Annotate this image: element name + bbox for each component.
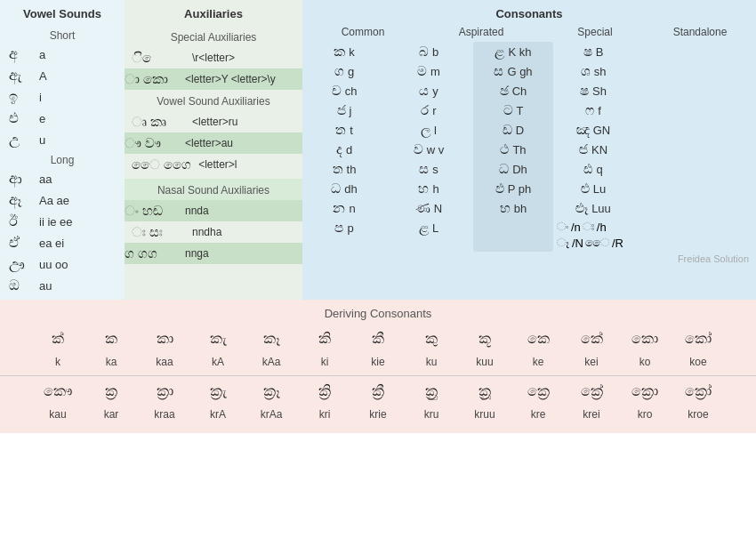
cons-char: ද bbox=[336, 141, 342, 157]
cons-latin: y bbox=[432, 84, 438, 98]
deriving-header: Deriving Consonants bbox=[0, 303, 756, 325]
deriving-cell: kie bbox=[351, 354, 405, 372]
aux-row: ා කො <letter>Y <letter>\y bbox=[125, 68, 302, 90]
top-section: Vowel Sounds Short අ a ඇ A ඉ i එ e උ u bbox=[0, 0, 756, 300]
cons-cell: ළුLu bbox=[553, 179, 633, 198]
deriving-char: කී bbox=[372, 329, 384, 349]
vowel-latin: Aa ae bbox=[39, 194, 69, 207]
deriving-cell: කෞ bbox=[31, 380, 84, 403]
deriving-row-2: කෞ ක්‍ර ක්‍රා ක්‍රැ ක්‍රෑ ක්‍රි ක්‍රී ක්… bbox=[0, 378, 756, 405]
cons-char: ස bbox=[494, 63, 503, 79]
deriving-cell: කෙ bbox=[511, 327, 565, 350]
cons-latin: T bbox=[517, 104, 524, 117]
cons-char: ළ bbox=[495, 44, 504, 60]
cons-latin: s bbox=[432, 163, 438, 176]
cons-latin: r bbox=[432, 104, 436, 117]
consonants-header: Consonants bbox=[302, 4, 756, 26]
vowel-row: ඈ Aa ae bbox=[0, 189, 125, 211]
cons-char: ර bbox=[421, 102, 429, 118]
aux-chars: ා කො bbox=[125, 71, 178, 87]
vowel-row: උ u bbox=[0, 129, 125, 150]
deriving-cell: kruu bbox=[458, 406, 511, 424]
deriving-char: ක්‍රෝ bbox=[685, 381, 712, 401]
cons-cell: රr bbox=[384, 100, 473, 120]
cons-cell: ඪq bbox=[553, 159, 633, 179]
deriving-cell: ki bbox=[298, 354, 351, 372]
deriving-char: කේ bbox=[581, 329, 603, 349]
cons-char: ම bbox=[417, 63, 427, 79]
deriving-cell: kuu bbox=[458, 354, 511, 372]
deriving-cell: koe bbox=[672, 354, 725, 372]
cons-latin: th bbox=[347, 163, 357, 176]
deriving-cell: k bbox=[31, 354, 84, 372]
vowel-char: ඊ bbox=[9, 213, 34, 229]
nasal-aux-header: Nasal Sound Auxiliaries bbox=[125, 179, 302, 200]
deriving-cell: ක්‍රී bbox=[351, 380, 405, 403]
cons-char: ඵ bbox=[495, 181, 504, 197]
cons-cell: ෂB bbox=[553, 42, 633, 61]
standalone-char: ෑ bbox=[557, 236, 569, 250]
vowel-latin: uu oo bbox=[39, 258, 68, 271]
consonants-panel: Consonants Common Aspirated Special Stan… bbox=[302, 0, 756, 300]
cons-latin: sh bbox=[594, 65, 607, 78]
cons-char: ධ bbox=[331, 181, 341, 197]
cons-latin: P ph bbox=[508, 182, 532, 196]
short-label: Short bbox=[0, 26, 125, 44]
cons-cell: ෆf bbox=[553, 100, 633, 120]
vowel-latin: ii ie ee bbox=[39, 215, 73, 229]
vowel-panel: Vowel Sounds Short අ a ඇ A ඉ i එ e උ u bbox=[0, 0, 125, 300]
cons-cell: ධDh bbox=[473, 159, 553, 179]
cons-latin: Dh bbox=[512, 163, 527, 176]
cons-cell: ළූLuu bbox=[553, 198, 633, 218]
deriving-char: කෞ bbox=[44, 381, 72, 401]
deriving-latin-row-2: kau kar kraa krA krAa kri krie kru kruu … bbox=[0, 405, 756, 426]
deriving-char: ක්‍රා bbox=[157, 381, 173, 401]
vowel-char: ආ bbox=[9, 171, 34, 187]
cons-char: ථ bbox=[500, 141, 509, 157]
cons-cell: යy bbox=[384, 81, 473, 100]
deriving-char: ක්‍රෑ bbox=[263, 381, 280, 401]
cons-char: ත bbox=[335, 122, 346, 138]
cons-cell: ගg bbox=[304, 61, 384, 81]
aux-row: ග ගග nnga bbox=[125, 243, 302, 264]
deriving-latin: ka bbox=[106, 356, 117, 370]
cons-cell: ළL bbox=[384, 218, 473, 237]
deriving-latin: kruu bbox=[474, 408, 495, 422]
vowel-char: ඔ bbox=[9, 277, 34, 293]
cons-latin: d bbox=[346, 143, 352, 157]
deriving-latin: kau bbox=[49, 408, 66, 422]
cons-cell: ථTh bbox=[473, 140, 553, 159]
cons-cell: දd bbox=[304, 140, 384, 159]
deriving-cell: කි bbox=[298, 327, 351, 350]
watermark: Freidea Solution bbox=[302, 252, 756, 266]
cons-char: ෆ bbox=[585, 102, 594, 118]
cons-cell: චch bbox=[304, 81, 384, 100]
deriving-latin: kru bbox=[424, 408, 439, 422]
deriving-latin: ke bbox=[533, 356, 544, 370]
aux-row: ඃ සඃ nndha bbox=[125, 221, 302, 243]
deriving-cell: kei bbox=[565, 354, 618, 372]
main-container: Vowel Sounds Short අ a ඇ A ඉ i එ e උ u bbox=[0, 0, 756, 433]
standalone-extra: ං /n bbox=[557, 220, 581, 234]
vowel-latin: e bbox=[39, 112, 45, 125]
cons-latin: j bbox=[350, 104, 352, 117]
cons-latin: ch bbox=[345, 84, 358, 98]
deriving-cell: ko bbox=[618, 354, 672, 372]
deriving-char: ක bbox=[105, 329, 117, 349]
deriving-cell: krAa bbox=[245, 406, 298, 424]
deriving-char: කෝ bbox=[685, 329, 712, 349]
aux-latin: nnga bbox=[185, 247, 209, 260]
deriving-cell: kar bbox=[84, 406, 138, 424]
cons-char: ළ bbox=[419, 220, 429, 236]
standalone-latin: /n bbox=[571, 221, 581, 234]
cons-cell: හh bbox=[384, 179, 473, 198]
deriving-latin: kroe bbox=[688, 408, 708, 422]
deriving-char: ක්‍රු bbox=[425, 381, 438, 401]
deriving-cell: ක්‍රි bbox=[298, 380, 351, 403]
aux-latin: \r<letter> bbox=[192, 52, 235, 64]
cons-char: හ bbox=[418, 181, 429, 197]
deriving-latin: k bbox=[55, 356, 60, 370]
deriving-cell: ක්‍රු bbox=[405, 380, 458, 403]
deriving-char: කෑ bbox=[263, 329, 280, 349]
deriving-cell: kAa bbox=[245, 354, 298, 372]
